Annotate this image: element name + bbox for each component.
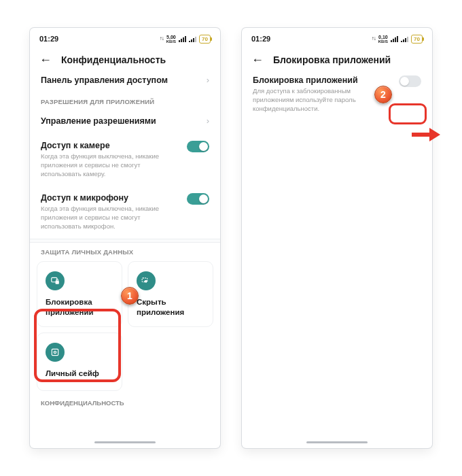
row-label: Доступ к микрофону xyxy=(41,193,170,203)
phone-privacy-screen: 01:29 ↑↓ 5,00 KB/S 70 ← Конфиденциальнос… xyxy=(30,28,220,448)
row-label: Блокировка приложений xyxy=(253,75,375,85)
network-arrows-icon: ↑↓ xyxy=(160,36,164,41)
signal-icon xyxy=(401,35,408,42)
row-manage-permissions[interactable]: Управление разрешениями › xyxy=(30,108,220,133)
network-speed: 5,00 KB/S xyxy=(166,35,176,44)
network-arrows-icon: ↑↓ xyxy=(372,36,376,41)
row-access-control-panel[interactable]: Панель управления доступом › xyxy=(30,67,220,92)
status-time: 01:29 xyxy=(39,35,58,43)
content-scroll[interactable]: Панель управления доступом › РАЗРЕШЕНИЯ … xyxy=(30,67,220,439)
camera-toggle[interactable] xyxy=(187,141,209,152)
status-bar: 01:29 ↑↓ 0,10 KB/S 70 xyxy=(242,28,432,47)
signal-icon xyxy=(189,35,196,42)
status-bar: 01:29 ↑↓ 5,00 KB/S 70 xyxy=(30,28,220,47)
card-private-safe[interactable]: Личный сейф xyxy=(37,333,122,391)
content-scroll[interactable]: Блокировка приложений Для доступа к забл… xyxy=(242,67,432,439)
hide-apps-icon xyxy=(137,271,156,290)
status-time: 01:29 xyxy=(251,35,270,43)
card-app-lock[interactable]: Блокировка приложений xyxy=(37,261,122,327)
nav-pill[interactable] xyxy=(94,441,156,443)
app-lock-icon xyxy=(46,271,65,290)
card-hide-apps[interactable]: Скрыть приложения xyxy=(128,261,213,327)
chevron-right-icon: › xyxy=(207,75,209,85)
status-indicators: ↑↓ 5,00 KB/S 70 xyxy=(160,35,211,44)
row-app-lock-master[interactable]: Блокировка приложений Для доступа к забл… xyxy=(242,69,432,120)
row-subtext: Для доступа к заблокированным приложения… xyxy=(253,87,375,113)
svg-point-3 xyxy=(147,282,148,283)
arrow-right-icon xyxy=(412,126,440,143)
app-lock-toggle[interactable] xyxy=(399,75,421,87)
row-microphone-access[interactable]: Доступ к микрофону Когда эта функция вык… xyxy=(30,186,220,238)
nav-pill[interactable] xyxy=(306,441,368,443)
safe-icon xyxy=(46,343,65,362)
row-camera-access[interactable]: Доступ к камере Когда эта функция выключ… xyxy=(30,133,220,186)
wifi-icon xyxy=(391,35,398,42)
page-title: Конфиденциальность xyxy=(61,54,166,65)
card-title: Личный сейф xyxy=(46,369,113,379)
section-confidentiality-truncated: КОНФИДЕНЦИАЛЬНОСТЬ xyxy=(30,391,220,407)
gesture-bar xyxy=(242,439,432,448)
section-personal-data: ЗАЩИТА ЛИЧНЫХ ДАННЫХ xyxy=(30,243,220,258)
section-app-permissions: РАЗРЕШЕНИЯ ДЛЯ ПРИЛОЖЕНИЙ xyxy=(30,92,220,108)
wifi-icon xyxy=(179,35,186,42)
back-icon[interactable]: ← xyxy=(251,54,264,66)
privacy-cards: Блокировка приложений Скрыть приложения … xyxy=(30,258,220,391)
phone-app-lock-screen: 01:29 ↑↓ 0,10 KB/S 70 ← Блокировка прило… xyxy=(242,28,432,448)
network-speed: 0,10 KB/S xyxy=(378,35,388,44)
back-icon[interactable]: ← xyxy=(39,54,52,66)
svg-point-6 xyxy=(54,352,55,352)
header: ← Блокировка приложений xyxy=(242,47,432,67)
svg-rect-1 xyxy=(56,281,59,284)
callout-step-1: 1 xyxy=(121,287,139,305)
chevron-right-icon: › xyxy=(207,116,209,126)
callout-step-2: 2 xyxy=(374,86,392,103)
row-label: Доступ к камере xyxy=(41,141,170,150)
card-title: Блокировка приложений xyxy=(46,297,113,318)
row-subtext: Когда эта функция выключена, никакие при… xyxy=(41,152,170,178)
battery-indicator: 70 xyxy=(411,35,423,44)
battery-indicator: 70 xyxy=(199,35,211,44)
row-label: Управление разрешениями xyxy=(41,116,156,126)
microphone-toggle[interactable] xyxy=(187,193,209,205)
status-indicators: ↑↓ 0,10 KB/S 70 xyxy=(372,35,423,44)
card-title: Скрыть приложения xyxy=(137,297,205,318)
page-title: Блокировка приложений xyxy=(273,54,391,65)
row-label: Панель управления доступом xyxy=(41,75,168,85)
row-subtext: Когда эта функция выключена, никакие при… xyxy=(41,205,170,231)
header: ← Конфиденциальность xyxy=(30,47,220,67)
gesture-bar xyxy=(30,439,220,448)
